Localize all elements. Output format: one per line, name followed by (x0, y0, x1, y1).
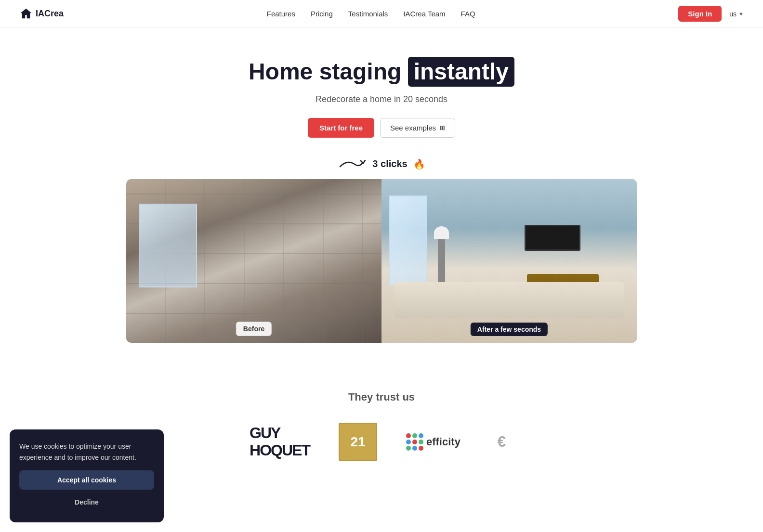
see-examples-button[interactable]: See examples ⊞ (380, 118, 455, 138)
see-examples-label: See examples (390, 124, 436, 132)
hero-buttons: Start for free See examples ⊞ (10, 118, 753, 138)
logo-icon (19, 7, 33, 21)
hero-title-highlight: instantly (408, 57, 514, 87)
clicks-text: 3 clicks (372, 158, 407, 169)
cookie-banner: We use cookies to optimize your user exp… (10, 429, 164, 480)
window-decoration (389, 195, 428, 285)
partial-logo: € (489, 433, 513, 451)
fire-icon: 🔥 (413, 158, 425, 170)
efficity-dots (406, 433, 423, 451)
nav-pricing[interactable]: Pricing (311, 10, 333, 18)
lamp-shade-decoration (434, 226, 449, 239)
efficity-logo: efficity (406, 433, 460, 451)
efficity-text: efficity (426, 436, 460, 448)
trust-title: They trust us (19, 391, 744, 403)
dot-9 (419, 446, 423, 451)
arrow-icon (338, 157, 367, 171)
century21-logo: 21 (339, 423, 377, 461)
start-for-free-button[interactable]: Start for free (308, 118, 374, 138)
logo-text: IACrea (36, 9, 64, 19)
cookie-message: We use cookies to optimize your user exp… (19, 441, 154, 463)
chevron-down-icon: ▼ (738, 11, 744, 17)
guy-hoquet-logo: GUYHOQUET (250, 425, 310, 458)
after-panel: After a few seconds (382, 179, 637, 343)
after-label: After a few seconds (471, 323, 548, 336)
nav-features[interactable]: Features (267, 10, 295, 18)
logo[interactable]: IACrea (19, 7, 64, 21)
signin-button[interactable]: Sign In (678, 6, 722, 22)
lamp-decoration (438, 236, 446, 285)
dot-2 (412, 433, 417, 438)
nav-faq[interactable]: FAQ (461, 10, 475, 18)
navbar-right: Sign In us ▼ (678, 6, 744, 22)
examples-grid-icon: ⊞ (440, 124, 445, 131)
language-selector[interactable]: us ▼ (729, 10, 744, 18)
accept-cookies-button[interactable]: Accept all cookies (19, 470, 154, 480)
navbar: IACrea Features Pricing Testimonials IAC… (0, 0, 763, 28)
before-image (126, 179, 382, 343)
lang-text: us (729, 10, 737, 18)
clicks-row: 3 clicks 🔥 (10, 157, 753, 171)
dot-1 (406, 433, 411, 438)
nav-team[interactable]: IACrea Team (403, 10, 445, 18)
sofa-decoration (395, 282, 624, 318)
century21-text: 21 (350, 434, 365, 450)
nav-testimonials[interactable]: Testimonials (348, 10, 388, 18)
hero-section: Home staging instantly Redecorate a home… (0, 28, 763, 381)
before-after-comparison: Before After a few seconds (126, 179, 637, 343)
hero-subtitle: Redecorate a home in 20 seconds (10, 94, 753, 104)
dot-4 (406, 440, 411, 444)
nav-links: Features Pricing Testimonials IACrea Tea… (267, 10, 475, 18)
before-panel: Before (126, 179, 382, 343)
dot-3 (419, 433, 423, 438)
tv-decoration (525, 225, 581, 251)
before-label: Before (236, 322, 272, 336)
dot-5 (412, 440, 417, 444)
dot-8 (412, 446, 417, 451)
hero-title: Home staging instantly (10, 57, 753, 87)
hero-title-part1: Home staging (249, 59, 408, 84)
dot-7 (406, 446, 411, 451)
after-image (382, 179, 637, 343)
dot-6 (419, 440, 423, 444)
